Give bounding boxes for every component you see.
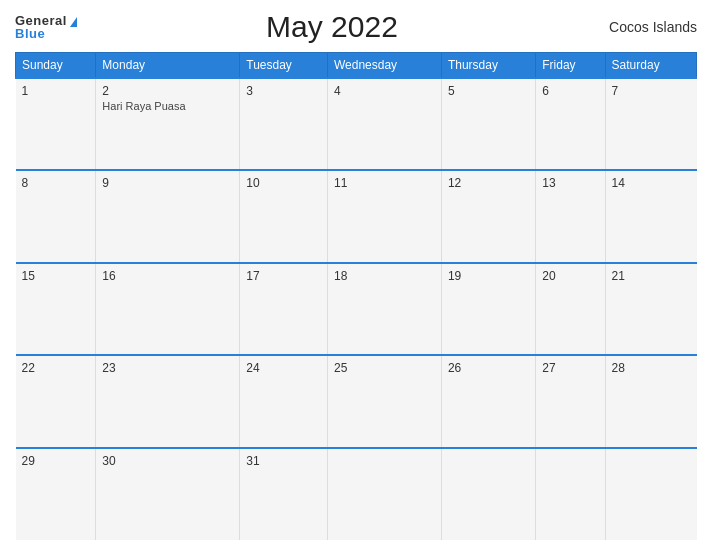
calendar-day-cell: 16 [96, 263, 240, 355]
calendar-day-cell: 20 [536, 263, 605, 355]
day-number: 20 [542, 269, 555, 283]
calendar-day-cell: 4 [327, 78, 441, 170]
calendar-day-cell: 5 [441, 78, 535, 170]
day-number: 22 [22, 361, 35, 375]
day-number: 6 [542, 84, 549, 98]
calendar-day-cell [536, 448, 605, 540]
day-number: 5 [448, 84, 455, 98]
day-number: 26 [448, 361, 461, 375]
calendar-day-cell [327, 448, 441, 540]
day-of-week-header: Sunday [16, 53, 96, 79]
day-number: 12 [448, 176, 461, 190]
day-number: 29 [22, 454, 35, 468]
event-label: Hari Raya Puasa [102, 100, 233, 112]
calendar-week-row: 12Hari Raya Puasa34567 [16, 78, 697, 170]
region-label: Cocos Islands [587, 19, 697, 35]
day-number: 21 [612, 269, 625, 283]
day-number: 14 [612, 176, 625, 190]
day-number: 31 [246, 454, 259, 468]
calendar-week-row: 891011121314 [16, 170, 697, 262]
calendar-day-cell: 26 [441, 355, 535, 447]
calendar-week-row: 22232425262728 [16, 355, 697, 447]
calendar-day-cell: 8 [16, 170, 96, 262]
day-number: 10 [246, 176, 259, 190]
day-of-week-header: Monday [96, 53, 240, 79]
day-number: 8 [22, 176, 29, 190]
calendar-day-cell: 21 [605, 263, 696, 355]
day-of-week-header: Thursday [441, 53, 535, 79]
day-of-week-header: Wednesday [327, 53, 441, 79]
logo-triangle-icon [70, 17, 77, 27]
calendar-header-row: SundayMondayTuesdayWednesdayThursdayFrid… [16, 53, 697, 79]
calendar-day-cell: 23 [96, 355, 240, 447]
calendar-day-cell: 14 [605, 170, 696, 262]
calendar-day-cell: 17 [240, 263, 328, 355]
page-header: General Blue May 2022 Cocos Islands [15, 10, 697, 44]
calendar-day-cell: 9 [96, 170, 240, 262]
calendar-day-cell: 19 [441, 263, 535, 355]
day-number: 23 [102, 361, 115, 375]
day-number: 1 [22, 84, 29, 98]
calendar-day-cell: 31 [240, 448, 328, 540]
day-number: 19 [448, 269, 461, 283]
logo-blue-text: Blue [15, 27, 77, 40]
calendar-day-cell: 1 [16, 78, 96, 170]
day-number: 28 [612, 361, 625, 375]
day-of-week-header: Saturday [605, 53, 696, 79]
calendar-day-cell: 30 [96, 448, 240, 540]
calendar-week-row: 293031 [16, 448, 697, 540]
calendar-day-cell: 25 [327, 355, 441, 447]
calendar-day-cell: 18 [327, 263, 441, 355]
calendar-day-cell [441, 448, 535, 540]
day-number: 17 [246, 269, 259, 283]
calendar-day-cell: 12 [441, 170, 535, 262]
calendar-day-cell: 7 [605, 78, 696, 170]
calendar-day-cell: 2Hari Raya Puasa [96, 78, 240, 170]
day-of-week-header: Tuesday [240, 53, 328, 79]
day-number: 2 [102, 84, 109, 98]
calendar-day-cell: 3 [240, 78, 328, 170]
day-number: 30 [102, 454, 115, 468]
calendar-day-cell: 29 [16, 448, 96, 540]
day-number: 11 [334, 176, 347, 190]
day-of-week-header: Friday [536, 53, 605, 79]
day-number: 4 [334, 84, 341, 98]
calendar-day-cell: 24 [240, 355, 328, 447]
calendar-day-cell: 22 [16, 355, 96, 447]
day-number: 9 [102, 176, 109, 190]
calendar-day-cell: 28 [605, 355, 696, 447]
day-number: 3 [246, 84, 253, 98]
day-number: 18 [334, 269, 347, 283]
logo: General Blue [15, 14, 77, 40]
calendar-table: SundayMondayTuesdayWednesdayThursdayFrid… [15, 52, 697, 540]
calendar-week-row: 15161718192021 [16, 263, 697, 355]
day-number: 25 [334, 361, 347, 375]
day-number: 24 [246, 361, 259, 375]
calendar-day-cell: 15 [16, 263, 96, 355]
day-number: 15 [22, 269, 35, 283]
day-number: 7 [612, 84, 619, 98]
calendar-day-cell: 27 [536, 355, 605, 447]
day-number: 13 [542, 176, 555, 190]
calendar-day-cell: 11 [327, 170, 441, 262]
calendar-day-cell: 13 [536, 170, 605, 262]
day-number: 27 [542, 361, 555, 375]
calendar-day-cell: 6 [536, 78, 605, 170]
calendar-day-cell: 10 [240, 170, 328, 262]
calendar-day-cell [605, 448, 696, 540]
day-number: 16 [102, 269, 115, 283]
month-title: May 2022 [77, 10, 587, 44]
